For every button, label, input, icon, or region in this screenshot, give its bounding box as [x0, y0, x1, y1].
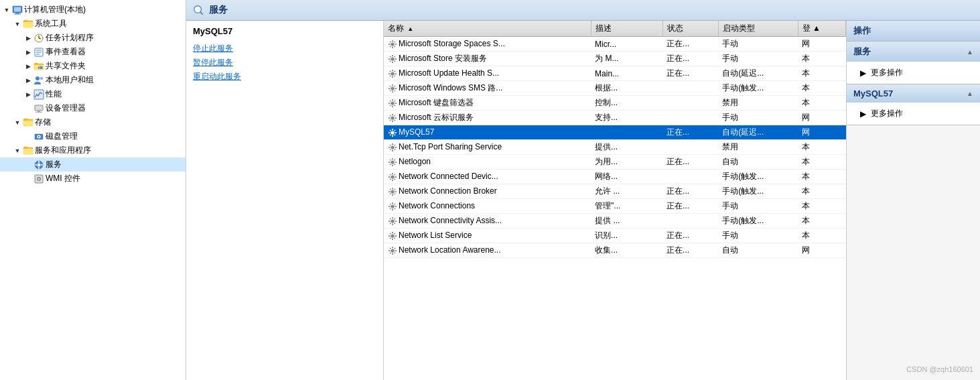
col-header-name[interactable]: 名称 ▲ [384, 21, 591, 37]
table-row[interactable]: Microsoft 云标识服务支持...手动网 [384, 111, 846, 125]
expand-svcapps[interactable]: ▼ [12, 145, 23, 156]
svg-rect-5 [23, 22, 33, 27]
svg-rect-167 [389, 235, 391, 237]
ops-more-actions-1[interactable]: ▶ 更多操作 [847, 64, 980, 81]
svg-rect-104 [389, 132, 391, 133]
sidebar-item-wmi[interactable]: ▶ WMI 控件 [0, 172, 186, 186]
sidebar-item-svc-apps[interactable]: ▼ 服务和应用程序 [0, 143, 186, 157]
wmi-label: WMI 控件 [46, 173, 80, 184]
table-row[interactable]: Microsoft Update Health S...Main...正在...… [384, 66, 846, 81]
col-header-logon[interactable]: 登 ▲ [798, 21, 845, 37]
sidebar-item-task-scheduler[interactable]: ▶ 任务计划程序 [0, 31, 186, 45]
sidebar-item-event-viewer[interactable]: ▶ 事件查看器 [0, 45, 186, 59]
expand-sys[interactable]: ▼ [12, 19, 23, 29]
table-row[interactable]: Netlogon为用...正在...自动本 [384, 155, 846, 170]
ops-services-body: ▶ 更多操作 [847, 62, 980, 84]
expand-users[interactable]: ▶ [23, 75, 33, 86]
sidebar-item-services[interactable]: ▶ 服务 [0, 157, 186, 172]
svg-rect-39 [38, 167, 40, 169]
sidebar-item-shared[interactable]: ▶ 共享文件夹 [0, 59, 186, 73]
svg-rect-78 [395, 88, 397, 89]
ops-services-header[interactable]: 操作 [847, 21, 980, 41]
svg-rect-132 [395, 176, 397, 178]
ops-more-actions-2[interactable]: ▶ 更多操作 [847, 105, 980, 122]
service-logon-cell: 本 [798, 81, 845, 96]
service-desc-cell: Main... [591, 66, 662, 81]
service-name-cell: Microsoft Windows SMS 路... [384, 81, 591, 96]
expand-perf[interactable]: ▶ [23, 89, 33, 100]
svg-point-65 [391, 72, 394, 75]
expand-shared[interactable]: ▶ [23, 61, 33, 72]
sidebar-item-device[interactable]: ▶ 设备管理器 [0, 101, 186, 115]
svg-rect-75 [392, 84, 393, 86]
table-row[interactable]: Microsoft 键盘筛选器控制...禁用本 [384, 96, 846, 111]
sidebar-item-storage[interactable]: ▼ 存储 [0, 115, 186, 129]
svg-point-137 [391, 190, 394, 193]
service-desc-cell: 提供 ... [591, 214, 662, 229]
sidebar-item-local-users[interactable]: ▶ 本地用户和组 [0, 73, 186, 87]
svg-rect-139 [392, 194, 393, 196]
service-status-cell [662, 81, 718, 96]
ops-mysql-header[interactable]: MySQL57 ▲ [847, 84, 980, 103]
service-name-cell: Network Connectivity Assis... [384, 214, 591, 229]
ops-services-title: 操作 [853, 25, 871, 37]
service-name-cell: Netlogon [384, 155, 591, 170]
ops-services-header2[interactable]: 服务 ▲ [847, 42, 980, 62]
table-row[interactable]: Network Connectivity Assis...提供 ...手动(触发… [384, 214, 846, 229]
services-label: 服务 [46, 159, 62, 170]
action-links: 停止此服务 暂停此服务 重启动此服务 [193, 43, 376, 82]
sidebar-item-sys-tools[interactable]: ▼ 系统工具 [0, 17, 186, 31]
table-row[interactable]: Microsoft Storage Spaces S...Micr...正在..… [384, 37, 846, 52]
services-list-panel: 名称 ▲ 描述 状态 启动类型 登 ▲ Microsoft Storage Sp… [384, 21, 846, 380]
sort-arrow: ▲ [407, 25, 413, 32]
svg-rect-134 [394, 174, 395, 175]
pause-service-link[interactable]: 暂停此服务 [193, 57, 376, 68]
service-startup-cell: 自动 [718, 243, 798, 258]
svg-rect-84 [392, 99, 393, 101]
expand-task[interactable]: ▶ [23, 33, 33, 44]
col-header-desc[interactable]: 描述 [591, 21, 662, 37]
table-row[interactable]: Network Location Awarene...收集...正在...自动网 [384, 243, 846, 258]
svg-rect-102 [392, 129, 393, 131]
table-row[interactable]: Network Connected Devic...网络...手动(触发...本 [384, 170, 846, 184]
sidebar-item-root[interactable]: ▼ 计算机管理(本地) [0, 3, 186, 17]
event-icon [33, 47, 44, 58]
table-row[interactable]: MySQL57正在...自动(延迟...网 [384, 125, 846, 140]
service-startup-cell: 自动(延迟... [718, 66, 798, 81]
svg-rect-55 [394, 46, 395, 47]
svg-rect-176 [389, 250, 391, 251]
svg-rect-136 [394, 178, 395, 180]
svg-rect-103 [392, 135, 393, 137]
svg-rect-99 [389, 119, 391, 121]
svg-rect-95 [389, 117, 391, 119]
services-left-panel: MySQL57 停止此服务 暂停此服务 重启动此服务 [186, 21, 384, 380]
table-row[interactable]: Microsoft Windows SMS 路...根据...手动(触发...本 [384, 81, 846, 96]
table-row[interactable]: Network List Service识别...正在...手动本 [384, 229, 846, 243]
sidebar-item-perf[interactable]: ▶ 性能 [0, 87, 186, 101]
svg-line-46 [200, 12, 202, 14]
table-row[interactable]: Net.Tcp Port Sharing Service提供...禁用本 [384, 140, 846, 155]
svg-rect-151 [389, 203, 391, 204]
table-row[interactable]: Network Connection Broker允许 ...正在...手动(触… [384, 184, 846, 199]
svg-rect-93 [392, 114, 393, 116]
expand-event[interactable]: ▶ [23, 47, 33, 58]
svg-point-164 [391, 234, 394, 237]
sidebar: ▼ 计算机管理(本地) ▼ 系统工具 [0, 0, 186, 380]
table-row[interactable]: Network Connections管理"...正在...手动本 [384, 199, 846, 214]
ops-mysql-collapse-icon: ▲ [967, 90, 973, 97]
service-startup-cell: 手动(触发... [718, 214, 798, 229]
svg-rect-89 [394, 100, 395, 101]
svg-rect-67 [392, 76, 393, 78]
restart-service-link[interactable]: 重启动此服务 [193, 71, 376, 82]
col-header-startup[interactable]: 启动类型 [718, 21, 798, 37]
stop-service-link[interactable]: 停止此服务 [193, 43, 376, 54]
tree-root: ▼ 计算机管理(本地) ▼ 系统工具 [0, 0, 186, 188]
col-header-status[interactable]: 状态 [662, 21, 718, 37]
services-content: MySQL57 停止此服务 暂停此服务 重启动此服务 名称 ▲ 描述 状态 启动… [186, 21, 980, 380]
svg-rect-154 [394, 208, 395, 209]
sidebar-item-disk[interactable]: ▶ 磁盘管理 [0, 129, 186, 143]
expand-root[interactable]: ▼ [1, 5, 12, 15]
svg-rect-35 [24, 147, 27, 148]
expand-storage[interactable]: ▼ [12, 117, 23, 128]
table-row[interactable]: Microsoft Store 安装服务为 M...正在...手动本 [384, 52, 846, 66]
